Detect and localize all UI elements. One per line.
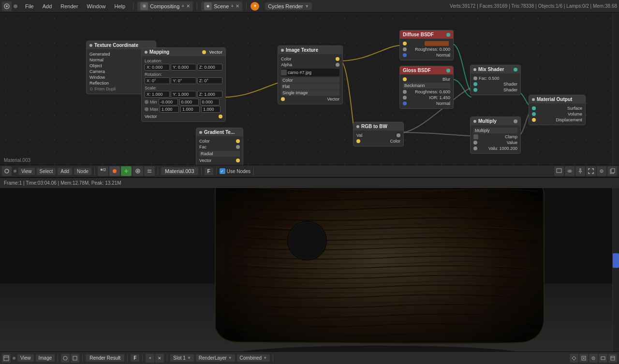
vp-view-btn[interactable]: View <box>17 354 34 362</box>
label-shader2: Shader <box>503 87 517 92</box>
icon-nodes-color[interactable] <box>109 166 120 176</box>
vp-image-btn[interactable]: Image <box>36 354 55 362</box>
clamp-checkbox[interactable] <box>473 134 478 139</box>
field-scale-z[interactable]: Z: 1.000 <box>197 91 222 98</box>
svg-point-1 <box>6 5 8 7</box>
node-multiply[interactable]: Multiply Multiply Clamp Value Valu: 1000… <box>470 116 521 154</box>
node-diffuse-bsdf[interactable]: Diffuse BSDF Roughness: 0.000 Normal <box>399 30 454 60</box>
menu-render[interactable]: Render <box>57 2 82 10</box>
toolbar-f-btn[interactable]: F <box>205 168 213 175</box>
menu-help[interactable]: Help <box>111 2 130 10</box>
icon-material-nodes[interactable] <box>98 166 108 176</box>
field-scale-y[interactable]: Y: 1.000 <box>171 91 196 98</box>
node-editor[interactable]: Texture Coordinate Generated Normal Obje… <box>0 13 619 165</box>
image-preview-row[interactable]: camo #7.jpg <box>281 69 339 76</box>
menu-add[interactable]: Add <box>39 2 56 10</box>
field-rot-y[interactable]: Y: 0° <box>171 77 196 84</box>
toolbar-editor-icon[interactable] <box>2 166 12 176</box>
field-rot-z[interactable]: Z: 0° <box>197 77 222 84</box>
icon-fit[interactable] <box>586 166 596 176</box>
icon-backdrop2[interactable] <box>565 166 575 176</box>
node-material-output[interactable]: Material Output Surface Volume Displacem… <box>529 95 586 125</box>
field-scale-x[interactable]: X: 1.000 <box>145 91 170 98</box>
dropdown-flat[interactable]: Flat <box>281 84 339 89</box>
scene-close[interactable]: ✕ <box>236 3 239 9</box>
vp-icons2: + ✕ <box>146 354 164 363</box>
label-normal: Normal <box>89 58 103 62</box>
field-min-z[interactable]: 0.000 <box>200 99 220 105</box>
node-mix-shader[interactable]: Mix Shader Fac: 0.500 Shader Shader <box>470 65 521 95</box>
field-min-y[interactable]: 0.000 <box>179 99 199 105</box>
icon-vp1[interactable] <box>61 354 70 363</box>
label-from-dupli: ⊙ From Dupli <box>89 87 116 91</box>
menu-window[interactable]: Window <box>83 2 109 10</box>
label-val1: Value <box>507 140 517 145</box>
dropdown-single-image[interactable]: Single Image <box>281 90 339 96</box>
node-image-texture-body: Color Alpha camo #7.jpg Color Flat Singl… <box>278 54 342 104</box>
vp-editor-icon[interactable] <box>2 354 11 363</box>
editor-type-icon[interactable] <box>2 1 12 11</box>
icon-vp2[interactable] <box>71 354 79 363</box>
normal-row: Normal <box>403 52 450 58</box>
label-ior: IOR: 1.450 <box>429 95 450 100</box>
icon-vp-r5[interactable] <box>608 354 617 363</box>
toolbar-select[interactable]: Select <box>37 168 56 175</box>
color-swatch[interactable] <box>425 41 449 46</box>
label-normal-in: Normal <box>436 53 450 58</box>
icon-bg[interactable] <box>133 166 143 176</box>
node-editor-scrollbar[interactable] <box>612 13 619 165</box>
icon-vp-r4[interactable] <box>599 354 607 363</box>
slot-dropdown[interactable]: Slot 1 ▼ <box>170 354 194 362</box>
toolbar-add[interactable]: Add <box>58 168 72 175</box>
field-max-y[interactable]: 1.000 <box>180 106 200 113</box>
node-mapping[interactable]: Mapping Vector Location: X: 0.000 Y: 0.0… <box>141 47 226 122</box>
icon-node-type[interactable] <box>121 166 132 176</box>
fac-out-row: Fac <box>199 144 240 150</box>
workspace-close[interactable]: ✕ <box>186 3 190 9</box>
icon-extra[interactable] <box>144 166 155 176</box>
icon-vp-plus[interactable]: + <box>146 354 154 363</box>
vp-sep1 <box>58 354 58 362</box>
icon-vp-r3[interactable] <box>589 354 598 363</box>
workspace-plus[interactable]: + <box>181 3 184 9</box>
icon-snap[interactable] <box>597 166 606 176</box>
icon-vp-cross[interactable]: ✕ <box>155 354 164 363</box>
node-image-texture[interactable]: Image Texture Color Alpha camo #7.jpg Co… <box>278 45 343 104</box>
combined-dropdown[interactable]: Combined ▼ <box>237 354 270 362</box>
toolbar-node[interactable]: Node <box>74 168 91 175</box>
field-rot-x[interactable]: X: 0° <box>145 77 170 84</box>
vp-f-btn[interactable]: F <box>131 354 139 362</box>
multiply-dropdown[interactable]: Multiply <box>473 128 517 133</box>
field-max-x[interactable]: 1.000 <box>160 106 179 113</box>
viewport-scrollbar[interactable] <box>612 188 619 351</box>
render-dropdown-arrow[interactable]: ▼ <box>305 4 309 9</box>
field-max-z[interactable]: 1.000 <box>201 106 221 113</box>
use-nodes-checkbox[interactable]: ✓ <box>220 168 225 174</box>
distribution-dropdown[interactable]: Beckmann <box>403 83 450 88</box>
toolbar-sep4 <box>216 167 217 175</box>
field-loc-z[interactable]: Z: 0.000 <box>197 64 222 71</box>
render-result-name[interactable]: Render Result <box>86 354 124 362</box>
field-min-x[interactable]: -0.000 <box>159 99 178 105</box>
field-loc-y[interactable]: Y: 0.000 <box>171 64 196 71</box>
toolbar-view[interactable]: View <box>18 168 35 175</box>
icon-vp-r1[interactable] <box>570 354 578 363</box>
toolbar-material-name[interactable]: Material.003 <box>161 167 198 175</box>
dropdown-color[interactable]: Color <box>281 77 339 83</box>
dropdown-radial[interactable]: Radial <box>199 151 240 157</box>
icon-backdrop[interactable] <box>554 166 564 176</box>
field-loc-x[interactable]: X: 0.000 <box>145 64 170 71</box>
viewport[interactable]: View Image Render Result F + ✕ <box>0 188 619 364</box>
vector-out-row-g: Vector <box>199 158 240 163</box>
icon-vp-r2[interactable] <box>579 354 588 363</box>
icon-pin[interactable] <box>575 166 585 176</box>
node-gradient-texture[interactable]: Gradient Te... Color Fac Radial Vector <box>196 128 243 165</box>
toolbar-use-nodes[interactable]: ✓ Use Nodes <box>220 168 251 174</box>
menu-file[interactable]: File <box>21 2 38 10</box>
scene-plus[interactable]: + <box>231 3 234 9</box>
renderlayer-dropdown[interactable]: RenderLayer ▼ <box>196 354 235 362</box>
node-gloss-bsdf[interactable]: Gloss BSDF Blur Beckmann Roughness: 0.60… <box>399 66 454 109</box>
icon-copy[interactable] <box>607 166 617 176</box>
node-diffuse-header: Diffuse BSDF <box>400 30 453 39</box>
node-rgb-to-bw[interactable]: RGB to BW Val Color <box>353 122 404 146</box>
